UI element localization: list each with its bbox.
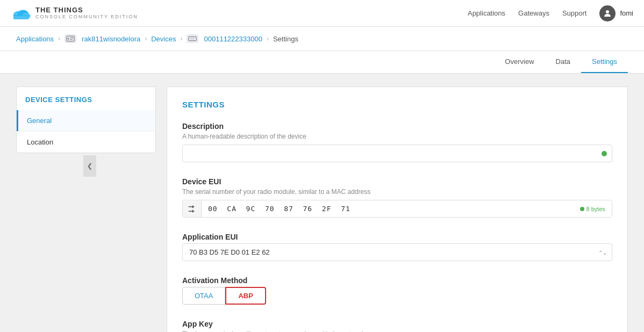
description-input[interactable]	[182, 145, 612, 162]
sidebar: DEVICE SETTINGS General Location	[16, 86, 156, 332]
description-input-wrapper	[182, 145, 612, 162]
activation-buttons: OTAA ABP	[182, 287, 612, 305]
user-name: fomi	[620, 9, 633, 17]
description-help: A human-readable description of the devi…	[182, 133, 612, 140]
user-menu[interactable]: fomi	[599, 5, 633, 21]
eui-bytes-count: 8 bytes	[586, 206, 605, 212]
breadcrumb-current: Settings	[273, 35, 298, 43]
app-icon	[65, 34, 76, 43]
sidebar-item-general[interactable]: General	[17, 110, 155, 131]
svg-point-5	[606, 10, 609, 13]
main-container: DEVICE SETTINGS General Location SETTING…	[0, 74, 644, 332]
eui-valid-dot	[580, 207, 584, 211]
description-valid-indicator	[602, 151, 607, 156]
tab-settings[interactable]: Settings	[581, 51, 628, 73]
nav-support[interactable]: Support	[562, 9, 587, 17]
sidebar-item-location[interactable]: Location	[17, 132, 155, 153]
logo-area: THE THINGS CONSOLE COMMUNITY EDITION	[11, 6, 138, 21]
breadcrumb-device-id[interactable]: 000111222333000	[204, 35, 262, 43]
breadcrumb-sep-4: ›	[267, 35, 269, 42]
activation-method-label: Activation Method	[182, 276, 612, 285]
tabs-bar: Overview Data Settings	[0, 51, 644, 74]
app-eui-select[interactable]: 70 B3 D5 7E D0 01 E2 62	[182, 243, 612, 261]
description-label: Description	[182, 122, 612, 131]
logo-icon	[11, 6, 31, 21]
device-icon	[187, 34, 198, 43]
nav-gateways[interactable]: Gateways	[518, 9, 549, 17]
brand-edition: CONSOLE COMMUNITY EDITION	[35, 15, 138, 20]
breadcrumb: Applications › rak811wisnodelora › Devic…	[0, 27, 644, 51]
logo-text: THE THINGS CONSOLE COMMUNITY EDITION	[35, 6, 138, 19]
app-eui-select-wrapper: 70 B3 D5 7E D0 01 E2 62	[182, 243, 612, 261]
brand-name: THE THINGS	[35, 6, 138, 14]
app-eui-group: Application EUI 70 B3 D5 7E D0 01 E2 62	[182, 233, 612, 261]
tab-overview[interactable]: Overview	[494, 51, 545, 73]
activation-method-group: Activation Method OTAA ABP	[182, 276, 612, 305]
sidebar-header: DEVICE SETTINGS	[17, 87, 155, 110]
device-eui-input-wrapper: 8 bytes	[182, 200, 612, 218]
breadcrumb-sep-2: ›	[145, 35, 147, 42]
svg-rect-4	[13, 16, 29, 19]
activation-abp-button[interactable]: ABP	[225, 287, 266, 305]
content-scroll: Description A human-readable description…	[182, 122, 612, 332]
device-eui-bytes: 8 bytes	[574, 201, 612, 216]
shuffle-eui-button[interactable]	[183, 201, 202, 217]
top-nav: THE THINGS CONSOLE COMMUNITY EDITION App…	[0, 0, 644, 27]
content-area: SETTINGS Description A human-readable de…	[167, 86, 628, 332]
svg-point-7	[68, 38, 69, 39]
content-title: SETTINGS	[182, 100, 612, 109]
breadcrumb-app-name[interactable]: rak811wisnodelora	[82, 35, 140, 43]
breadcrumb-sep-1: ›	[58, 35, 60, 42]
activation-otaa-button[interactable]: OTAA	[182, 287, 225, 305]
device-eui-label: Device EUI	[182, 177, 612, 186]
app-key-group: App Key The key your device will use to …	[182, 320, 612, 332]
app-eui-label: Application EUI	[182, 233, 612, 241]
tab-data[interactable]: Data	[545, 51, 581, 73]
top-nav-right: Applications Gateways Support fomi	[468, 5, 633, 21]
device-eui-input[interactable]	[202, 200, 574, 217]
device-eui-help: The serial number of your radio module, …	[182, 188, 612, 196]
app-key-label: App Key	[182, 320, 612, 328]
device-eui-group: Device EUI The serial number of your rad…	[182, 177, 612, 218]
breadcrumb-sep-3: ›	[180, 35, 182, 42]
breadcrumb-applications[interactable]: Applications	[16, 35, 54, 43]
user-avatar	[599, 5, 616, 21]
breadcrumb-devices[interactable]: Devices	[151, 35, 176, 43]
sidebar-card: DEVICE SETTINGS General Location	[16, 86, 156, 153]
collapse-sidebar-button[interactable]: ❮	[83, 155, 96, 177]
nav-applications[interactable]: Applications	[468, 9, 505, 17]
description-group: Description A human-readable description…	[182, 122, 612, 162]
